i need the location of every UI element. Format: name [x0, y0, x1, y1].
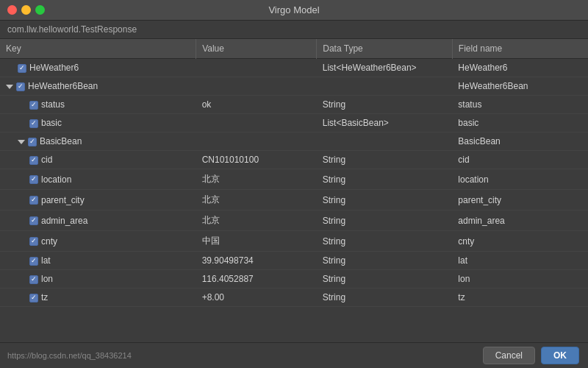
- cell-fieldname: status: [452, 96, 588, 114]
- col-header-value: Value: [196, 39, 317, 59]
- cell-value: [196, 132, 317, 151]
- cell-value: +8.00: [196, 289, 317, 307]
- triangle-down-icon: [6, 85, 13, 89]
- cell-fieldname: basic: [452, 114, 588, 132]
- cell-key: parent_city: [0, 190, 196, 210]
- cell-value: 北京: [196, 169, 317, 190]
- cell-key: tz: [0, 289, 196, 307]
- table-row[interactable]: lat39.90498734Stringlat: [0, 252, 588, 270]
- cell-key: lon: [0, 270, 196, 289]
- cell-fieldname: location: [452, 169, 588, 190]
- cell-datatype: String: [317, 190, 453, 210]
- table-row[interactable]: cidCN101010100Stringcid: [0, 151, 588, 169]
- cell-key: BasicBean: [0, 132, 196, 151]
- cell-fieldname: parent_city: [452, 190, 588, 210]
- window-title: Virgo Model: [268, 4, 319, 15]
- cell-value: 北京: [196, 210, 317, 231]
- cell-value: ok: [196, 96, 317, 114]
- cell-value: [196, 77, 317, 96]
- cell-fieldname: cnty: [452, 231, 588, 252]
- table-header: Key Value Data Type Field name: [0, 39, 588, 59]
- cell-fieldname: lon: [452, 270, 588, 289]
- cell-datatype: String: [317, 169, 453, 190]
- checkbox-icon[interactable]: [29, 275, 38, 284]
- table-row[interactable]: lon116.4052887Stringlon: [0, 270, 588, 289]
- traffic-lights: [7, 5, 45, 15]
- table-row[interactable]: HeWeather6BeanHeWeather6Bean: [0, 77, 588, 96]
- col-header-fieldname: Field name: [452, 39, 588, 59]
- col-header-datatype: Data Type: [317, 39, 453, 59]
- cell-key: admin_area: [0, 210, 196, 231]
- footer-url: https://blog.csdn.net/qq_38436214: [7, 351, 132, 360]
- table-row[interactable]: BasicBeanBasicBean: [0, 132, 588, 151]
- cell-fieldname: HeWeather6: [452, 59, 588, 77]
- cell-fieldname: HeWeather6Bean: [452, 77, 588, 96]
- table-row[interactable]: parent_city北京Stringparent_city: [0, 190, 588, 210]
- cell-datatype: String: [317, 151, 453, 169]
- checkbox-icon[interactable]: [29, 156, 38, 165]
- cell-key: status: [0, 96, 196, 114]
- cell-datatype: List<HeWeather6Bean>: [317, 59, 453, 77]
- checkbox-icon[interactable]: [28, 138, 37, 146]
- cell-datatype: List<BasicBean>: [317, 114, 453, 132]
- minimize-button[interactable]: [21, 5, 31, 15]
- cell-value: [196, 114, 317, 132]
- table-row[interactable]: cnty中国Stringcnty: [0, 231, 588, 252]
- cell-key: HeWeather6: [0, 59, 196, 77]
- cell-fieldname: tz: [452, 289, 588, 307]
- maximize-button[interactable]: [35, 5, 45, 15]
- cell-fieldname: BasicBean: [452, 132, 588, 151]
- table-row[interactable]: location北京Stringlocation: [0, 169, 588, 190]
- table-row[interactable]: admin_area北京Stringadmin_area: [0, 210, 588, 231]
- cell-datatype: [317, 132, 453, 151]
- table-container: Key Value Data Type Field name HeWeather…: [0, 39, 588, 342]
- cell-key: cid: [0, 151, 196, 169]
- checkbox-icon[interactable]: [29, 119, 38, 128]
- cell-datatype: String: [317, 96, 453, 114]
- cell-value: 116.4052887: [196, 270, 317, 289]
- cell-datatype: String: [317, 289, 453, 307]
- cell-fieldname: lat: [452, 252, 588, 270]
- col-header-key: Key: [0, 39, 196, 59]
- breadcrumb: com.llw.helloworld.TestResponse: [0, 21, 588, 39]
- cell-key: location: [0, 169, 196, 190]
- table-row[interactable]: statusokStringstatus: [0, 96, 588, 114]
- checkbox-icon[interactable]: [29, 101, 38, 110]
- cell-datatype: String: [317, 210, 453, 231]
- cell-value: [196, 59, 317, 77]
- cell-datatype: String: [317, 270, 453, 289]
- cell-datatype: String: [317, 252, 453, 270]
- cell-key: HeWeather6Bean: [0, 77, 196, 96]
- checkbox-icon[interactable]: [29, 257, 38, 266]
- close-button[interactable]: [7, 5, 17, 15]
- cell-datatype: [317, 77, 453, 96]
- cell-value: 中国: [196, 231, 317, 252]
- footer: https://blog.csdn.net/qq_38436214 Cancel…: [0, 342, 588, 367]
- cell-value: 39.90498734: [196, 252, 317, 270]
- table-row[interactable]: tz+8.00Stringtz: [0, 289, 588, 307]
- table-row[interactable]: basicList<BasicBean>basic: [0, 114, 588, 132]
- cancel-button[interactable]: Cancel: [483, 347, 535, 364]
- checkbox-icon[interactable]: [29, 216, 38, 225]
- checkbox-icon[interactable]: [16, 82, 25, 91]
- cell-key: basic: [0, 114, 196, 132]
- checkbox-icon[interactable]: [29, 175, 38, 184]
- table-row[interactable]: HeWeather6List<HeWeather6Bean>HeWeather6: [0, 59, 588, 77]
- checkbox-icon[interactable]: [18, 64, 26, 73]
- checkbox-icon[interactable]: [29, 237, 38, 246]
- cell-value: CN101010100: [196, 151, 317, 169]
- cell-key: lat: [0, 252, 196, 270]
- cell-fieldname: admin_area: [452, 210, 588, 231]
- cell-fieldname: cid: [452, 151, 588, 169]
- cell-value: 北京: [196, 190, 317, 210]
- checkbox-icon[interactable]: [29, 196, 38, 205]
- checkbox-icon[interactable]: [29, 294, 38, 302]
- triangle-down-icon: [18, 140, 25, 144]
- cell-datatype: String: [317, 231, 453, 252]
- cell-key: cnty: [0, 231, 196, 252]
- ok-button[interactable]: OK: [541, 347, 579, 364]
- title-bar: Virgo Model: [0, 0, 588, 21]
